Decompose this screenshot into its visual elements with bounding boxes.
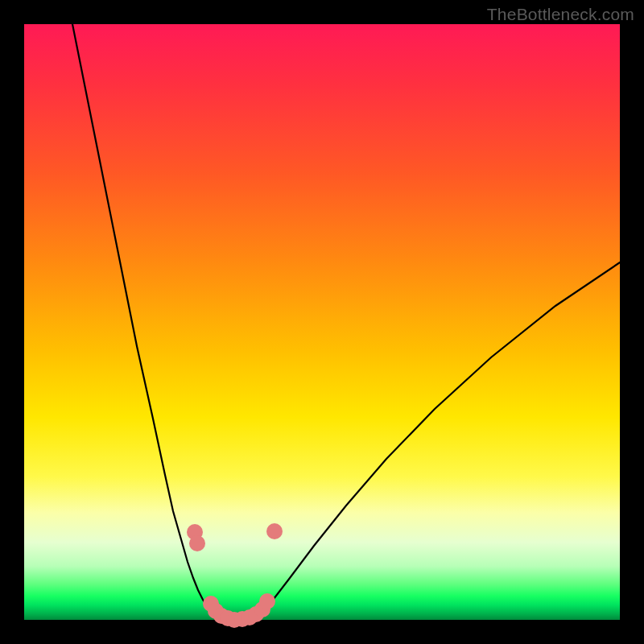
marker-cluster [187,523,283,628]
curve-left-arm [72,24,213,612]
plot-area [24,24,620,620]
marker-dot [259,593,275,609]
watermark-text: TheBottleneck.com [487,5,634,24]
marker-dot [266,523,283,539]
curve-layer [24,24,620,620]
chart-frame: TheBottleneck.com [0,0,644,644]
curve-right-arm [264,262,620,610]
marker-dot [189,535,205,551]
